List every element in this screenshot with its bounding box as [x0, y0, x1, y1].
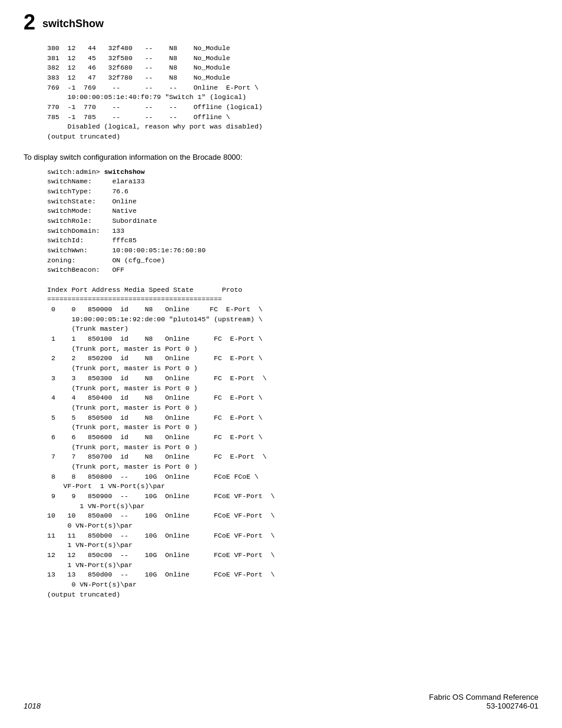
footer-book-number: 53-1002746-01	[429, 701, 538, 710]
footer-book-title: Fabric OS Command Reference	[429, 693, 538, 701]
page-header: 2 switchShow	[24, 12, 538, 33]
chapter-number: 2	[24, 12, 35, 33]
chapter-title: switchShow	[42, 12, 104, 30]
description-text: To display switch configuration informat…	[24, 153, 538, 162]
second-code-section: switch:admin> switchshow switchName: ela…	[47, 167, 538, 600]
page-footer: 1018 Fabric OS Command Reference 53-1002…	[0, 693, 562, 710]
second-code-block: switch:admin> switchshow switchName: ela…	[47, 167, 538, 600]
first-code-block: 380 12 44 32f480 -- N8 No_Module 381 12 …	[47, 44, 538, 142]
first-code-section: 380 12 44 32f480 -- N8 No_Module 381 12 …	[47, 44, 538, 142]
footer-page-number: 1018	[24, 701, 41, 710]
footer-title: Fabric OS Command Reference 53-1002746-0…	[429, 693, 538, 710]
